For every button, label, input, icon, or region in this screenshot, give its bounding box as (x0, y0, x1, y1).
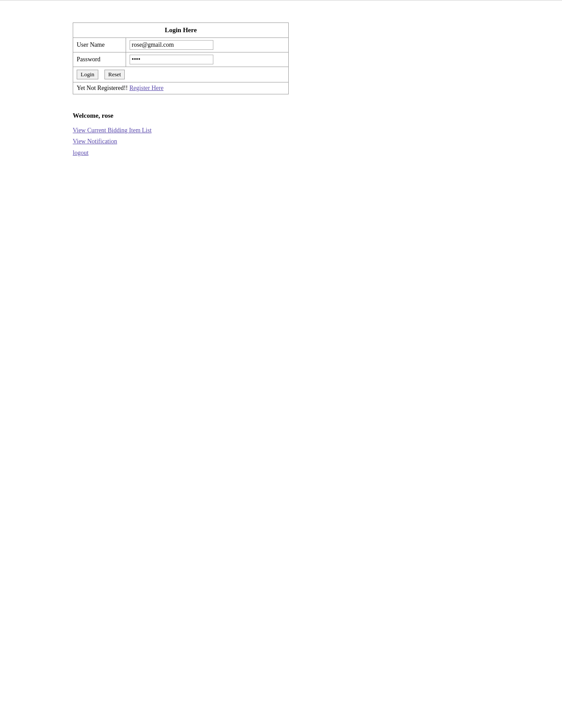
not-registered-text: Yet Not Registered!! (77, 85, 130, 91)
register-row: Yet Not Registered!! Register Here (73, 82, 289, 94)
username-row: User Name (73, 38, 289, 52)
welcome-message: Welcome, rose (73, 112, 562, 119)
password-input[interactable] (130, 55, 213, 64)
password-cell (126, 52, 288, 67)
login-title: Login Here (73, 23, 289, 38)
view-bidding-link[interactable]: View Current Bidding Item List (73, 126, 562, 135)
password-row: Password (73, 52, 289, 67)
top-divider (0, 0, 562, 0)
username-label: User Name (73, 38, 126, 52)
login-form: Login Here User Name Password Login Rese… (73, 22, 289, 94)
button-row: Login Reset (73, 67, 289, 82)
reset-button[interactable]: Reset (104, 70, 125, 79)
logout-link[interactable]: logout (73, 148, 562, 158)
view-notification-link[interactable]: View Notification (73, 137, 562, 146)
username-cell (126, 38, 288, 52)
login-button[interactable]: Login (77, 70, 98, 79)
username-input[interactable] (130, 40, 213, 50)
password-label: Password (73, 52, 126, 67)
register-link[interactable]: Register Here (130, 85, 164, 91)
welcome-section: Welcome, rose View Current Bidding Item … (73, 112, 562, 158)
register-cell: Yet Not Registered!! Register Here (73, 82, 289, 94)
button-cell: Login Reset (73, 67, 289, 82)
nav-links: View Current Bidding Item List View Noti… (73, 126, 562, 158)
